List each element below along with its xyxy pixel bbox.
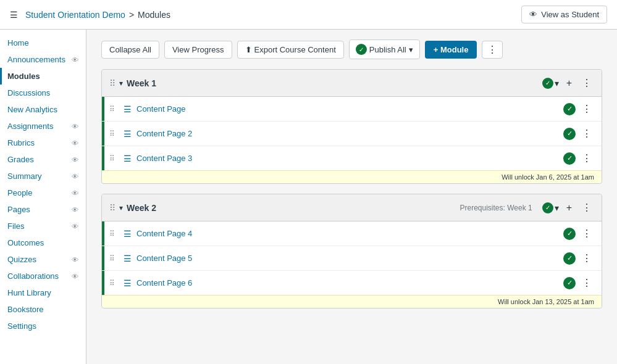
item-cp4-check-icon: ✓ bbox=[563, 228, 576, 240]
module-week2-expand[interactable]: ▾ bbox=[119, 204, 123, 212]
grades-visibility-icon: 👁 bbox=[72, 156, 78, 163]
module-week1-add-button[interactable]: + bbox=[564, 77, 574, 90]
sidebar-item-hunt-library[interactable]: Hunt Library bbox=[0, 284, 86, 301]
item-cp6-more-button[interactable]: ⋮ bbox=[579, 276, 594, 290]
item-cp1-check-icon: ✓ bbox=[563, 103, 576, 115]
sidebar-item-discussions[interactable]: Discussions bbox=[0, 85, 86, 101]
item-cp2-actions: ✓ ⋮ bbox=[563, 126, 594, 141]
export-course-content-button[interactable]: ⬆ Export Course Content bbox=[237, 41, 344, 59]
collapse-all-button[interactable]: Collapse All bbox=[101, 41, 159, 59]
sidebar-item-collaborations[interactable]: Collaborations 👁 bbox=[0, 268, 86, 284]
item-cp2-drag-handle[interactable]: ⠿ bbox=[109, 130, 115, 138]
item-cp6-actions: ✓ ⋮ bbox=[563, 276, 594, 290]
modules-toolbar: Collapse All View Progress ⬆ Export Cour… bbox=[101, 39, 602, 59]
item-left-accent bbox=[102, 271, 104, 295]
module-item-cp1: ⠿ ☰ Content Page ✓ ⋮ bbox=[102, 97, 602, 122]
item-cp3-actions: ✓ ⋮ bbox=[563, 151, 594, 165]
sidebar-item-bookstore[interactable]: Bookstore bbox=[0, 301, 86, 318]
module-week1-actions: ✓ ▾ + ⋮ bbox=[542, 76, 594, 90]
module-week2-more-button[interactable]: ⋮ bbox=[579, 201, 594, 215]
breadcrumb-current: Modules bbox=[138, 10, 170, 20]
publish-all-button[interactable]: ✓ Publish All ▾ bbox=[349, 39, 420, 59]
item-left-accent bbox=[102, 146, 104, 170]
item-cp3-title[interactable]: Content Page 3 bbox=[136, 154, 563, 163]
module-week1-title: Week 1 bbox=[127, 78, 542, 88]
sidebar-item-people[interactable]: People 👁 bbox=[0, 184, 86, 201]
item-cp5-page-icon: ☰ bbox=[124, 254, 132, 263]
item-cp2-check-icon: ✓ bbox=[563, 128, 576, 140]
item-cp3-drag-handle[interactable]: ⠿ bbox=[109, 154, 115, 163]
breadcrumb-link[interactable]: Student Orientation Demo bbox=[25, 10, 125, 20]
module-week2-check-icon: ✓ bbox=[542, 202, 553, 213]
module-week2: ⠿ ▾ Week 2 Prerequisites: Week 1 ✓ ▾ + ⋮… bbox=[101, 194, 602, 308]
item-cp2-more-button[interactable]: ⋮ bbox=[579, 126, 594, 141]
quizzes-visibility-icon: 👁 bbox=[72, 256, 78, 263]
files-visibility-icon: 👁 bbox=[72, 223, 78, 230]
topbar: ☰ Student Orientation Demo > Modules 👁 V… bbox=[0, 0, 617, 30]
module-week1-drag-handle[interactable]: ⠿ bbox=[109, 78, 115, 88]
sidebar-item-outcomes[interactable]: Outcomes bbox=[0, 234, 86, 251]
module-week2-unlock-notice: Will unlock Jan 13, 2025 at 1am bbox=[102, 295, 602, 308]
sidebar-item-new-analytics[interactable]: New Analytics bbox=[0, 101, 86, 118]
sidebar-item-modules[interactable]: Modules bbox=[0, 68, 86, 85]
sidebar-item-grades[interactable]: Grades 👁 bbox=[0, 151, 86, 168]
sidebar-item-summary[interactable]: Summary 👁 bbox=[0, 168, 86, 184]
item-cp4-title[interactable]: Content Page 4 bbox=[136, 229, 563, 238]
sidebar-item-files[interactable]: Files 👁 bbox=[0, 218, 86, 234]
add-module-button[interactable]: + Module bbox=[425, 41, 477, 59]
view-progress-button[interactable]: View Progress bbox=[164, 41, 232, 59]
item-cp5-drag-handle[interactable]: ⠿ bbox=[109, 254, 115, 263]
module-item-cp2: ⠿ ☰ Content Page 2 ✓ ⋮ bbox=[102, 122, 602, 146]
view-as-student-button[interactable]: 👁 View as Student bbox=[521, 6, 607, 23]
item-cp1-drag-handle[interactable]: ⠿ bbox=[109, 105, 115, 114]
assignments-visibility-icon: 👁 bbox=[72, 123, 78, 130]
module-week1-expand[interactable]: ▾ bbox=[119, 79, 123, 88]
item-cp6-check-icon: ✓ bbox=[563, 277, 576, 289]
sidebar-item-quizzes[interactable]: Quizzes 👁 bbox=[0, 251, 86, 268]
item-cp4-drag-handle[interactable]: ⠿ bbox=[109, 230, 115, 238]
module-week2-drag-handle[interactable]: ⠿ bbox=[109, 203, 115, 213]
item-left-accent bbox=[102, 97, 104, 121]
module-week2-items: ⠿ ☰ Content Page 4 ✓ ⋮ ⠿ ☰ Content Page … bbox=[102, 221, 602, 295]
item-cp5-actions: ✓ ⋮ bbox=[563, 251, 594, 265]
collaborations-visibility-icon: 👁 bbox=[72, 273, 78, 280]
main-content: Collapse All View Progress ⬆ Export Cour… bbox=[86, 30, 617, 364]
sidebar: Home Announcements 👁 Modules Discussions… bbox=[0, 30, 86, 364]
module-week1-publish: ✓ ▾ bbox=[542, 78, 559, 89]
item-cp6-drag-handle[interactable]: ⠿ bbox=[109, 279, 115, 287]
sidebar-item-assignments[interactable]: Assignments 👁 bbox=[0, 118, 86, 134]
sidebar-item-home[interactable]: Home bbox=[0, 35, 86, 51]
publish-chevron-icon: ▾ bbox=[409, 45, 413, 54]
breadcrumb: Student Orientation Demo > Modules bbox=[25, 10, 170, 20]
sidebar-item-rubrics[interactable]: Rubrics 👁 bbox=[0, 134, 86, 151]
summary-visibility-icon: 👁 bbox=[72, 173, 78, 180]
item-cp3-more-button[interactable]: ⋮ bbox=[579, 151, 594, 165]
sidebar-item-pages[interactable]: Pages 👁 bbox=[0, 201, 86, 218]
module-week1-header: ⠿ ▾ Week 1 ✓ ▾ + ⋮ bbox=[102, 70, 602, 97]
module-week1: ⠿ ▾ Week 1 ✓ ▾ + ⋮ ⠿ ☰ Conte bbox=[101, 69, 602, 184]
module-week2-actions: Prerequisites: Week 1 ✓ ▾ + ⋮ bbox=[460, 201, 594, 215]
item-cp4-more-button[interactable]: ⋮ bbox=[579, 226, 594, 241]
module-item-cp5: ⠿ ☰ Content Page 5 ✓ ⋮ bbox=[102, 246, 602, 271]
module-week2-add-button[interactable]: + bbox=[564, 201, 574, 215]
module-week2-title: Week 2 bbox=[127, 203, 460, 213]
item-cp1-more-button[interactable]: ⋮ bbox=[579, 102, 594, 116]
module-week2-publish-chevron[interactable]: ▾ bbox=[555, 203, 559, 213]
item-cp5-title[interactable]: Content Page 5 bbox=[136, 254, 563, 263]
module-week1-publish-chevron[interactable]: ▾ bbox=[555, 78, 559, 88]
menu-icon[interactable]: ☰ bbox=[10, 10, 18, 20]
module-week1-unlock-notice: Will unlock Jan 6, 2025 at 1am bbox=[102, 170, 602, 183]
item-cp6-title[interactable]: Content Page 6 bbox=[136, 278, 563, 287]
item-left-accent bbox=[102, 221, 104, 246]
item-left-accent bbox=[102, 246, 104, 270]
sidebar-item-settings[interactable]: Settings bbox=[0, 318, 86, 334]
more-options-button[interactable]: ⋮ bbox=[482, 41, 503, 59]
item-cp2-title[interactable]: Content Page 2 bbox=[136, 129, 563, 138]
item-cp1-actions: ✓ ⋮ bbox=[563, 102, 594, 116]
sidebar-item-announcements[interactable]: Announcements 👁 bbox=[0, 51, 86, 68]
rubrics-visibility-icon: 👁 bbox=[72, 139, 78, 147]
item-cp1-title[interactable]: Content Page bbox=[136, 104, 563, 114]
breadcrumb-sep: > bbox=[129, 10, 134, 20]
module-week1-more-button[interactable]: ⋮ bbox=[579, 76, 594, 90]
item-cp5-more-button[interactable]: ⋮ bbox=[579, 251, 594, 265]
